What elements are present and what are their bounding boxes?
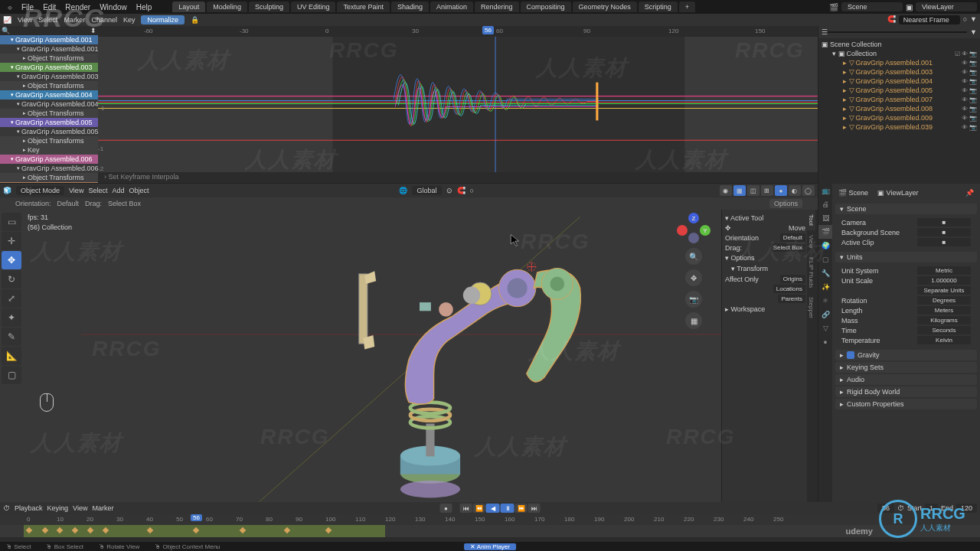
proportional-icon[interactable]: ○: [963, 15, 967, 24]
scene-selector[interactable]: Scene: [841, 2, 903, 11]
timeline-track[interactable]: [0, 525, 980, 537]
vp-menu-object[interactable]: Object: [129, 187, 149, 194]
outliner-search[interactable]: [828, 31, 967, 33]
scale-tool-icon[interactable]: ⤢: [2, 289, 21, 308]
outliner-item[interactable]: ▸ ▽ GravGrip Assembled.009👁 📷: [820, 113, 978, 122]
pivot-icon[interactable]: ⊙: [446, 187, 452, 194]
prop-modifier-icon[interactable]: 🔧: [818, 266, 832, 280]
scene-panel-header[interactable]: ▾ Scene: [835, 204, 977, 214]
outliner-item[interactable]: ▸ ▽ GravGrip Assembled.039👁 📷: [820, 122, 978, 132]
clip-field[interactable]: ■: [917, 238, 971, 246]
menu-window[interactable]: Window: [95, 3, 132, 11]
measure-tool-icon[interactable]: 📐: [2, 347, 21, 365]
tl-menu-view[interactable]: View: [73, 504, 87, 512]
search-icon[interactable]: 🔍: [2, 27, 10, 34]
lock-icon[interactable]: 🔒: [191, 16, 199, 24]
select-tool-icon[interactable]: ▭: [2, 213, 21, 231]
tab-uv[interactable]: UV Editing: [291, 2, 336, 12]
timeline-ruler[interactable]: 0 10 20 30 40 50 60 70 80 90 100 110 120…: [0, 514, 980, 525]
channel-item[interactable]: ▾GravGrip Assembled.007: [0, 182, 98, 183]
timeline-type-icon[interactable]: ⏱: [3, 504, 10, 512]
rendered-shading-icon[interactable]: ◯: [802, 185, 815, 196]
custom-panel-header[interactable]: ▸ Custom Properties: [835, 399, 977, 409]
sub-orientation[interactable]: Default: [57, 200, 80, 207]
collapse-icon[interactable]: ⬍: [90, 27, 96, 34]
prop-material-icon[interactable]: ●: [818, 335, 832, 349]
normalize-button[interactable]: Normalize: [141, 15, 185, 24]
editor-type-icon[interactable]: 📈: [3, 16, 11, 24]
separate-units-field[interactable]: Separate Units: [917, 286, 971, 295]
unit-scale-field[interactable]: 1.000000: [917, 276, 971, 285]
outliner-item[interactable]: ▸ ▽ GravGrip Assembled.001👁 📷: [820, 58, 978, 67]
channel-action[interactable]: ▾GravGrip Assembled.005Action: [0, 127, 98, 136]
tab-add[interactable]: +: [679, 2, 695, 12]
cursor-tool-icon[interactable]: ✛: [2, 232, 21, 250]
snap-icon[interactable]: 🧲: [457, 187, 466, 194]
outliner-item[interactable]: ▸ ▽ GravGrip Assembled.005👁 📷: [820, 86, 978, 95]
addcube-tool-icon[interactable]: ▢: [2, 366, 21, 384]
mode-selector[interactable]: Object Mode: [16, 186, 64, 195]
camera-field[interactable]: ■: [917, 218, 971, 227]
channel-transform[interactable]: ▸Object Transforms: [0, 136, 98, 145]
props-scene-tab[interactable]: 🎬 Scene: [838, 188, 868, 197]
npanel-tab-view[interactable]: View: [807, 230, 815, 253]
tab-animation[interactable]: Animation: [430, 2, 473, 12]
tab-layout[interactable]: Layout: [172, 2, 205, 12]
units-panel-header[interactable]: ▾ Units: [835, 252, 977, 262]
tab-compositing[interactable]: Compositing: [521, 2, 571, 12]
gravity-checkbox[interactable]: [847, 351, 854, 359]
tab-texpaint[interactable]: Texture Paint: [337, 2, 390, 12]
rotation-field[interactable]: Degrees: [917, 296, 971, 305]
autokey-icon[interactable]: ●: [440, 504, 452, 513]
channel-transform[interactable]: ▸Object Transforms: [0, 173, 98, 182]
prev-key-icon[interactable]: ⏪: [473, 504, 485, 513]
vp-menu-add[interactable]: Add: [112, 187, 124, 194]
tab-rendering[interactable]: Rendering: [475, 2, 519, 12]
graph-playhead[interactable]: 56: [482, 26, 494, 34]
tl-menu-keying[interactable]: Keying: [47, 504, 69, 512]
outliner-item[interactable]: ▸ ▽ GravGrip Assembled.007👁 📷: [820, 95, 978, 104]
graph-menu-view[interactable]: View: [18, 16, 32, 24]
tl-menu-marker[interactable]: Marker: [92, 504, 113, 512]
channel-item[interactable]: ▾GravGrip Assembled.005: [0, 118, 98, 127]
xray-icon[interactable]: ◫: [747, 185, 760, 196]
filter-icon[interactable]: ▼: [970, 15, 977, 24]
prop-viewlayer-icon[interactable]: 🖼: [818, 211, 832, 225]
tab-geonodes[interactable]: Geometry Nodes: [573, 2, 637, 12]
drag-field[interactable]: Select Box: [770, 243, 805, 252]
wireframe-shading-icon[interactable]: ⊞: [761, 185, 773, 196]
channel-action[interactable]: ▾GravGrip Assembled.006Action: [0, 164, 98, 173]
channel-transform[interactable]: ▸Object Transforms: [0, 109, 98, 118]
channel-action[interactable]: ▾GravGrip Assembled.001Action: [0, 44, 98, 54]
outliner-item[interactable]: ▸ ▽ GravGrip Assembled.008👁 📷: [820, 104, 978, 113]
snap-mode[interactable]: Nearest Frame: [899, 15, 960, 24]
npanel-tab-stepper[interactable]: Stepper: [807, 292, 815, 323]
menu-help[interactable]: Help: [132, 3, 157, 11]
bgscene-field[interactable]: ■: [917, 228, 971, 236]
rotate-tool-icon[interactable]: ↻: [2, 270, 21, 289]
graph-menu-marker[interactable]: Marker: [64, 16, 85, 24]
menu-edit[interactable]: Edit: [38, 3, 60, 11]
mass-field[interactable]: Kilograms: [917, 316, 971, 324]
play-reverse-icon[interactable]: ◀: [486, 504, 500, 513]
pin-icon[interactable]: 📌: [965, 189, 974, 197]
outliner-scene-collection[interactable]: ▣ Scene Collection: [820, 40, 978, 49]
workspace-section[interactable]: ▸ Workspace: [725, 304, 805, 315]
vp-menu-select[interactable]: Select: [88, 187, 107, 194]
snap-icon[interactable]: 🧲: [887, 15, 896, 24]
prop-data-icon[interactable]: ▽: [818, 321, 832, 335]
solid-shading-icon[interactable]: ●: [775, 185, 787, 196]
affect-locations[interactable]: Locations: [773, 285, 805, 293]
keying-panel-header[interactable]: ▸ Keying Sets: [835, 362, 977, 373]
filter-icon[interactable]: ▼: [970, 28, 977, 36]
time-field[interactable]: Seconds: [917, 326, 971, 334]
prop-object-icon[interactable]: ▢: [818, 253, 832, 266]
gravity-panel-header[interactable]: ▸ Gravity: [835, 350, 977, 360]
options-section[interactable]: ▾ Options: [725, 253, 805, 263]
menu-render[interactable]: Render: [60, 3, 95, 11]
rigid-panel-header[interactable]: ▸ Rigid Body World: [835, 386, 977, 397]
sub-drag[interactable]: Select Box: [108, 200, 141, 207]
unit-system-field[interactable]: Metric: [917, 266, 971, 275]
outliner-collection[interactable]: ▾ ▣ Collection☑ 👁 📷: [820, 49, 978, 58]
channel-key[interactable]: ▸Key: [0, 145, 98, 155]
